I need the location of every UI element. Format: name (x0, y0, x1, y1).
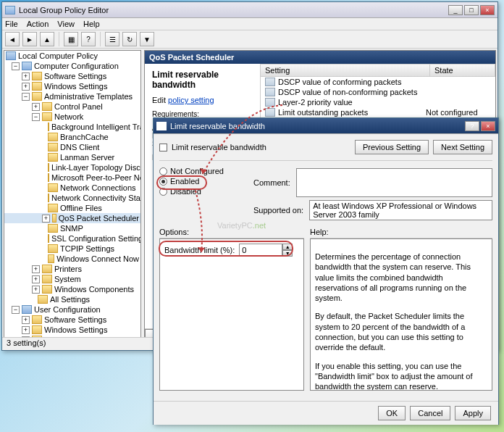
tree-computer-config[interactable]: Computer Configuration (34, 62, 119, 70)
menu-file[interactable]: File (5, 20, 18, 28)
help-textbox[interactable]: Determines the percentage of connection … (310, 238, 492, 391)
tree-qos[interactable]: QoS Packet Scheduler (59, 214, 139, 223)
setting-icon (265, 88, 275, 96)
forward-button[interactable]: ► (22, 32, 37, 46)
expander-icon[interactable]: + (22, 326, 30, 334)
close-button[interactable]: × (480, 5, 495, 15)
refresh-button[interactable]: ↻ (122, 32, 137, 46)
dialog-help-button[interactable]: ? (465, 121, 479, 131)
show-hide-tree-button[interactable]: ▦ (64, 32, 78, 46)
minimize-button[interactable]: _ (448, 5, 463, 15)
back-button[interactable]: ◄ (5, 32, 20, 46)
setting-row[interactable]: DSCP value of conforming packets (261, 77, 495, 87)
setting-row[interactable]: Limit outstanding packetsNot configured (261, 107, 495, 117)
tree-windows[interactable]: Windows Settings (44, 82, 107, 91)
expander-icon[interactable]: − (22, 93, 30, 101)
filter-button[interactable]: ▼ (140, 32, 154, 46)
tree-lltd[interactable]: Link-Layer Topology Discovery (51, 163, 141, 172)
expander-icon[interactable]: + (32, 265, 40, 273)
expander-icon[interactable]: + (22, 316, 30, 324)
expander-icon[interactable]: − (12, 62, 20, 70)
expander-icon[interactable]: + (22, 83, 30, 91)
expander-icon[interactable]: + (32, 286, 40, 294)
cancel-button[interactable]: Cancel (410, 406, 450, 420)
folder-icon (38, 295, 48, 304)
spin-up-icon[interactable]: ▲ (282, 244, 293, 250)
ok-button[interactable]: OK (378, 406, 406, 420)
tree-netconn[interactable]: Network Connections (60, 183, 136, 192)
expander-icon[interactable]: − (32, 113, 40, 121)
tree-lanman[interactable]: Lanman Server (60, 153, 114, 162)
edit-policy-link[interactable]: policy setting (168, 96, 214, 104)
menu-view[interactable]: View (57, 20, 75, 28)
setting-icon (265, 98, 275, 107)
menubar: File Action View Help (2, 18, 497, 30)
tree-control-panel[interactable]: Control Panel (54, 102, 103, 111)
col-setting[interactable]: Setting (261, 65, 430, 76)
tree-software[interactable]: Software Settings (44, 72, 106, 80)
gp-title: Local Group Policy Editor (17, 6, 448, 14)
expander-icon[interactable]: + (32, 275, 40, 283)
tree-admin[interactable]: Administrative Templates (44, 92, 133, 101)
folder-icon (42, 265, 52, 273)
menu-action[interactable]: Action (27, 20, 49, 28)
menu-help[interactable]: Help (83, 20, 100, 28)
expander-icon[interactable]: + (32, 103, 40, 111)
radio-disabled[interactable] (159, 188, 167, 196)
bandwidth-input[interactable] (239, 244, 282, 257)
spin-down-icon[interactable]: ▼ (282, 250, 293, 257)
tree-tcpip[interactable]: TCPIP Settings (60, 244, 114, 253)
help-button[interactable]: ? (81, 32, 96, 46)
tree-dns[interactable]: DNS Client (60, 143, 99, 151)
policy-dialog: Limit reservable bandwidth ? × Limit res… (153, 117, 499, 425)
policy-checkbox[interactable] (159, 144, 167, 151)
bandwidth-spinner[interactable]: ▲▼ (239, 244, 293, 257)
next-setting-button[interactable]: Next Setting (433, 140, 492, 154)
properties-button[interactable]: ☰ (105, 32, 119, 46)
col-state[interactable]: State (430, 65, 495, 76)
dialog-close-button[interactable]: × (481, 121, 495, 131)
expander-icon[interactable]: + (22, 72, 30, 80)
folder-icon (48, 244, 58, 253)
toolbar: ◄ ► ▲ ▦ ? ☰ ↻ ▼ (2, 30, 497, 49)
tree-wcn[interactable]: Windows Connect Now (56, 254, 139, 263)
tree-netstat[interactable]: Network Connectivity Status Indicator (51, 194, 141, 202)
radio-not-configured[interactable] (159, 167, 167, 175)
comment-label: Comment: (253, 178, 290, 187)
tree-user-software[interactable]: Software Settings (44, 315, 106, 324)
folder-icon (42, 285, 52, 294)
maximize-button[interactable]: □ (464, 5, 479, 15)
folder-icon (52, 214, 56, 223)
radio-nc-label: Not Configured (170, 167, 224, 175)
tree-user-windows[interactable]: Windows Settings (44, 325, 107, 334)
tree-snmp[interactable]: SNMP (60, 224, 83, 233)
radio-enabled[interactable] (159, 178, 167, 186)
tree-root[interactable]: Local Computer Policy (18, 51, 98, 60)
setting-row[interactable]: DSCP value of non-conforming packets (261, 87, 495, 97)
tree-bits[interactable]: Background Intelligent Transfer Service (51, 122, 141, 131)
apply-button[interactable]: Apply (455, 406, 491, 420)
folder-icon (32, 315, 42, 324)
comment-textbox[interactable] (296, 168, 492, 197)
setting-row[interactable]: Layer-2 priority value (261, 97, 495, 107)
tree-user-config[interactable]: User Configuration (34, 305, 101, 314)
tree-printers[interactable]: Printers (54, 265, 82, 273)
tree-ssl[interactable]: SSL Configuration Settings (51, 234, 141, 243)
setting-icon (265, 108, 275, 117)
tree-wincomp[interactable]: Windows Components (54, 285, 134, 294)
previous-setting-button[interactable]: Previous Setting (355, 140, 429, 154)
tree-allset[interactable]: All Settings (50, 295, 90, 304)
tree-p2p[interactable]: Microsoft Peer-to-Peer Networking (51, 173, 141, 182)
tree-offline[interactable]: Offline Files (60, 204, 102, 212)
tree-system[interactable]: System (54, 275, 81, 283)
folder-icon (48, 254, 54, 263)
tree-view[interactable]: Local Computer Policy −Computer Configur… (4, 50, 141, 344)
up-button[interactable]: ▲ (40, 32, 54, 46)
setting-icon (265, 78, 275, 86)
policy-name-label: Limit reservable bandwidth (172, 143, 266, 151)
tree-network[interactable]: Network (54, 112, 83, 121)
expander-icon[interactable]: − (12, 306, 20, 314)
tree-branchcache[interactable]: BranchCache (60, 133, 109, 141)
folder-icon (48, 204, 58, 212)
expander-icon[interactable]: + (42, 215, 50, 223)
